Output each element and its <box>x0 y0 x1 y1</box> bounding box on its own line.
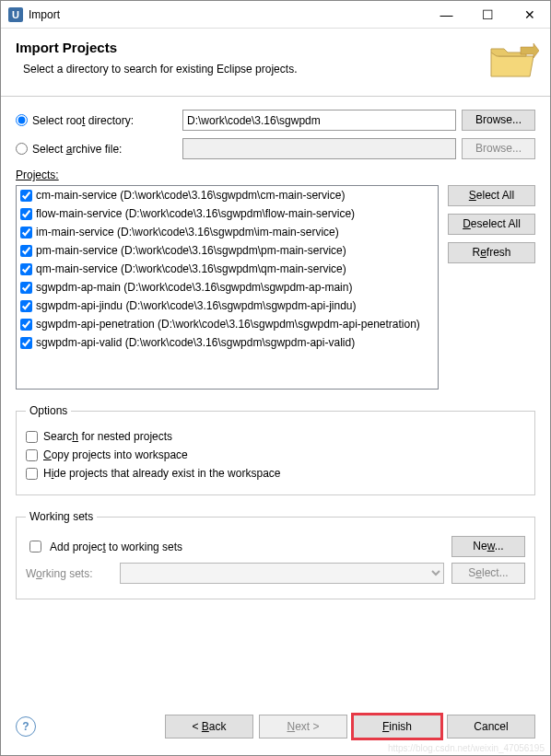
root-directory-radio-label[interactable]: Select root directory: <box>16 114 177 127</box>
list-item[interactable]: sgwpdm-api-penetration (D:\work\code\3.1… <box>17 315 438 333</box>
close-button[interactable]: ✕ <box>509 1 550 28</box>
help-icon[interactable]: ? <box>16 716 36 737</box>
browse-archive-button: Browse... <box>462 138 535 159</box>
project-checkbox[interactable] <box>20 227 32 238</box>
list-item[interactable]: flow-main-service (D:\work\code\3.16\sgw… <box>17 204 438 223</box>
root-directory-input[interactable] <box>182 110 456 131</box>
dialog-header: Import Projects Select a directory to se… <box>1 29 550 97</box>
options-group: Options Search for nested projects Copy … <box>16 404 535 495</box>
refresh-button[interactable]: Refresh <box>448 242 535 263</box>
project-checkbox[interactable] <box>20 337 32 349</box>
finish-button[interactable]: Finish <box>353 715 441 739</box>
maximize-button[interactable]: ☐ <box>467 1 509 28</box>
search-nested-label: Search for nested projects <box>43 430 172 443</box>
watermark: https://blog.csdn.net/weixin_47056195 <box>388 743 545 753</box>
select-working-set-button: Select... <box>451 563 525 584</box>
add-to-working-sets-checkbox[interactable] <box>29 541 41 552</box>
add-to-working-sets-label: Add project to working sets <box>50 541 182 553</box>
working-sets-select-label: Working sets: <box>26 567 112 580</box>
project-checkbox[interactable] <box>20 208 32 220</box>
working-sets-select <box>120 563 444 584</box>
archive-file-radio-label[interactable]: Select archive file: <box>16 143 177 156</box>
hide-existing-label: Hide projects that already exist in the … <box>43 467 280 480</box>
list-item[interactable]: cm-main-service (D:\work\code\3.16\sgwpd… <box>17 186 438 204</box>
projects-label: Projects: <box>16 169 535 181</box>
browse-root-button[interactable]: Browse... <box>462 110 535 131</box>
copy-projects-label: Copy projects into workspace <box>43 448 188 461</box>
list-item[interactable]: sgwpdm-api-jindu (D:\work\code\3.16\sgwp… <box>17 297 438 315</box>
minimize-button[interactable]: — <box>426 1 467 28</box>
archive-file-radio[interactable] <box>16 143 28 155</box>
deselect-all-button[interactable]: Deselect All <box>448 214 535 235</box>
archive-file-input <box>182 138 456 159</box>
next-button: Next > <box>259 715 347 739</box>
projects-list[interactable]: cm-main-service (D:\work\code\3.16\sgwpd… <box>16 185 439 390</box>
back-button[interactable]: < Back <box>165 715 253 739</box>
copy-projects-checkbox[interactable] <box>26 449 38 461</box>
page-title: Import Projects <box>16 40 535 55</box>
select-all-button[interactable]: Select All <box>448 185 535 206</box>
list-item[interactable]: im-main-service (D:\work\code\3.16\sgwpd… <box>17 223 438 241</box>
working-sets-legend: Working sets <box>26 510 97 523</box>
project-checkbox[interactable] <box>20 190 32 202</box>
root-directory-radio[interactable] <box>16 114 28 126</box>
list-item[interactable]: qm-main-service (D:\work\code\3.16\sgwpd… <box>17 260 438 278</box>
new-working-set-button[interactable]: New... <box>451 536 525 557</box>
list-item[interactable]: sgwpdm-ap-main (D:\work\code\3.16\sgwpdm… <box>17 278 438 297</box>
project-checkbox[interactable] <box>20 319 32 331</box>
hide-existing-checkbox[interactable] <box>26 468 38 480</box>
project-checkbox[interactable] <box>20 245 32 257</box>
import-folder-icon <box>486 40 539 87</box>
search-nested-checkbox[interactable] <box>26 431 38 443</box>
working-sets-group: Working sets Add project to working sets… <box>16 510 535 599</box>
app-icon: U <box>8 7 23 22</box>
window-title: Import <box>29 8 426 21</box>
titlebar: U Import — ☐ ✕ <box>1 1 550 29</box>
options-legend: Options <box>26 404 71 417</box>
list-item[interactable]: pm-main-service (D:\work\code\3.16\sgwpd… <box>17 241 438 260</box>
project-checkbox[interactable] <box>20 282 32 294</box>
cancel-button[interactable]: Cancel <box>447 715 535 739</box>
page-subtitle: Select a directory to search for existin… <box>23 63 535 76</box>
project-checkbox[interactable] <box>20 300 32 312</box>
project-checkbox[interactable] <box>20 263 32 275</box>
list-item[interactable]: sgwpdm-api-valid (D:\work\code\3.16\sgwp… <box>17 333 438 352</box>
